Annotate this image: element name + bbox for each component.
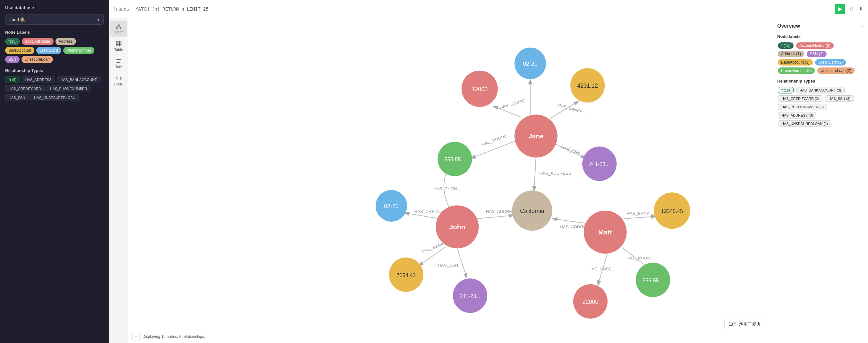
ov-chip-ssn[interactable]: SSN (2) (807, 51, 827, 57)
view-tabs: Graph Table Text Code (109, 18, 128, 343)
ov-rel-chip-bankaccount[interactable]: HAS_BANKACCOUNT (3) (796, 87, 845, 93)
chip-bankaccount[interactable]: BankAccount (5, 47, 34, 54)
svg-text:02-20: 02-20 (384, 203, 399, 209)
favorite-button[interactable]: ☆ (848, 4, 855, 13)
tab-table[interactable]: Table (110, 38, 127, 54)
svg-text:California: California (520, 208, 544, 214)
ov-rel-chip-unsecuredloan[interactable]: HAS_UNSECUREDLOAN (2) (778, 120, 831, 127)
ov-chip-star[interactable]: * (15) (778, 42, 794, 49)
svg-text:Jane: Jane (528, 132, 544, 140)
overview-node-labels-title: Node labels (777, 34, 863, 39)
tab-graph[interactable]: Graph (110, 21, 127, 37)
query-prompt: fraud$ (113, 6, 129, 11)
run-query-button[interactable]: ▶ (835, 4, 845, 14)
relationship-types-title: Relationship Types (5, 68, 103, 73)
node-label-chips: *(15) AccountHolder Address BankAccount … (5, 38, 103, 63)
svg-text:HAS_UNSEC...: HAS_UNSEC... (499, 97, 529, 110)
content-area: Graph Table Text Code (109, 18, 868, 343)
svg-text:02-20: 02-20 (523, 61, 537, 67)
ov-rel-chip-ssn[interactable]: HAS_SSN (3) (825, 95, 854, 102)
graph-svg[interactable]: HAS_UNSEC... HAS_BANKA... HAS_PHONE... H… (128, 18, 772, 343)
svg-point-1 (116, 28, 117, 29)
query-bar: fraud$ ▶ ☆ ⬇ (109, 0, 868, 18)
svg-point-2 (120, 28, 121, 29)
svg-text:7054.43: 7054.43 (397, 273, 416, 278)
overview-relationship-type-chips: * (16) HAS_BANKACCOUNT (3) HAS_CREDITCAR… (777, 86, 863, 128)
ov-chip-bankaccount[interactable]: BankAccount (3) (778, 59, 813, 65)
rel-chip-has-address[interactable]: HAS_ADDRESS (22, 76, 55, 83)
svg-text:John: John (449, 223, 465, 231)
status-bar: − Displaying 15 nodes, 0 relationships. (128, 330, 772, 343)
chip-accountholder[interactable]: AccountHolder (22, 38, 54, 45)
ov-rel-chip-phonenumber[interactable]: HAS_PHONENUMBER (3) (778, 104, 827, 110)
node-labels-title: Node Labels (5, 30, 103, 35)
overview-title: Overview › (777, 23, 863, 29)
svg-line-26 (476, 216, 513, 219)
svg-line-3 (117, 25, 119, 28)
svg-line-4 (119, 25, 121, 28)
svg-text:HAS_PHON...: HAS_PHON... (627, 256, 654, 260)
svg-text:HAS_PHON...: HAS_PHON... (433, 186, 461, 191)
svg-text:HAS_UNSE...: HAS_UNSE... (589, 266, 615, 271)
svg-text:555-55...: 555-55... (643, 278, 663, 283)
rel-chip-has-unsecuredloan[interactable]: HAS_UNSECUREDLOAN (30, 94, 79, 101)
rel-chip-has-bankaccount[interactable]: HAS_BANKACCOUNT (57, 76, 100, 83)
svg-text:4231.12: 4231.12 (577, 83, 598, 89)
sidebar: Use database fraud 🕵 ▼ Node Labels *(15)… (0, 0, 109, 343)
tab-code-label: Code (114, 82, 123, 86)
graph-area: HAS_UNSEC... HAS_BANKA... HAS_PHONE... H… (128, 18, 772, 343)
chip-star[interactable]: *(15) (5, 38, 20, 45)
svg-line-22 (534, 158, 536, 191)
svg-line-14 (494, 106, 522, 117)
overview-panel: Overview › Node labels * (15) AccountHol… (772, 18, 868, 343)
ov-chip-phonenumber[interactable]: PhoneNumber (2) (778, 67, 815, 74)
svg-text:12000: 12000 (471, 86, 488, 92)
svg-text:HAS_BANKA...: HAS_BANKA... (557, 103, 587, 115)
query-input[interactable] (132, 4, 832, 14)
svg-text:HAS_SSN: HAS_SSN (560, 145, 581, 156)
ov-rel-chip-address[interactable]: HAS_ADDRESS (3) (778, 112, 816, 118)
svg-rect-5 (116, 41, 121, 46)
svg-text:HAS_BANK...: HAS_BANK... (627, 211, 653, 216)
svg-line-33 (553, 219, 587, 224)
rel-chip-has-creditcard[interactable]: HAS_CREDITCARD (5, 85, 44, 92)
chip-address[interactable]: Address (56, 38, 76, 45)
tab-text-label: Text (115, 65, 122, 69)
tab-text[interactable]: Text (110, 55, 127, 71)
svg-text:555-55...: 555-55... (444, 156, 465, 162)
overview-node-label-chips: * (15) AccountHolder (3) Address (1) SSN… (777, 41, 863, 75)
ov-chip-creditcard[interactable]: CreditCard (2) (815, 59, 846, 65)
relationship-type-chips: *(16) HAS_ADDRESS HAS_BANKACCOUNT HAS_CR… (5, 76, 103, 101)
status-text: Displaying 15 nodes, 0 relationships. (143, 334, 205, 339)
watermark: 知乎 @东干糖丸 (724, 319, 765, 330)
svg-text:241-23...: 241-23... (589, 161, 610, 167)
ov-chip-address[interactable]: Address (1) (778, 51, 804, 57)
chip-phonenumber[interactable]: PhoneNumber (63, 47, 94, 54)
svg-point-0 (118, 24, 119, 25)
svg-text:HAS_SSN...: HAS_SSN... (438, 263, 462, 267)
ov-chip-unsecureloan[interactable]: UnsecureLoan (2) (817, 67, 855, 74)
ov-rel-chip-star[interactable]: * (16) (778, 87, 794, 93)
rel-chip-has-phonenumber[interactable]: HAS_PHONENUMBER (46, 85, 91, 92)
db-select[interactable]: fraud 🕵 (5, 14, 103, 25)
zoom-out-button[interactable]: − (132, 333, 140, 340)
rel-chip-has-ssn[interactable]: HAS_SSN (5, 94, 29, 101)
svg-text:22000: 22000 (583, 299, 598, 305)
tab-table-label: Table (114, 48, 123, 51)
rel-chip-star[interactable]: *(16) (5, 76, 20, 83)
chevron-right-icon[interactable]: › (861, 23, 863, 29)
chip-creditcard[interactable]: CreditCard (36, 47, 61, 54)
svg-text:12345.45: 12345.45 (661, 208, 683, 214)
main-content: fraud$ ▶ ☆ ⬇ Graph Table (109, 0, 868, 343)
ov-chip-accountholder[interactable]: AccountHolder (3) (796, 42, 834, 49)
svg-line-35 (624, 217, 655, 219)
overview-relationship-types-title: Relationship Types (777, 79, 863, 84)
chip-unsecureloan[interactable]: UnsecureLoan (22, 56, 53, 63)
tab-code[interactable]: Code (110, 73, 127, 89)
download-button[interactable]: ⬇ (858, 4, 864, 13)
tab-graph-label: Graph (114, 30, 124, 34)
ov-rel-chip-creditcard[interactable]: HAS_CREDITCARD (2) (778, 95, 823, 102)
chip-ssn[interactable]: SSN (5, 56, 20, 63)
sidebar-title: Use database (5, 5, 103, 10)
svg-text:Matt: Matt (598, 228, 612, 236)
